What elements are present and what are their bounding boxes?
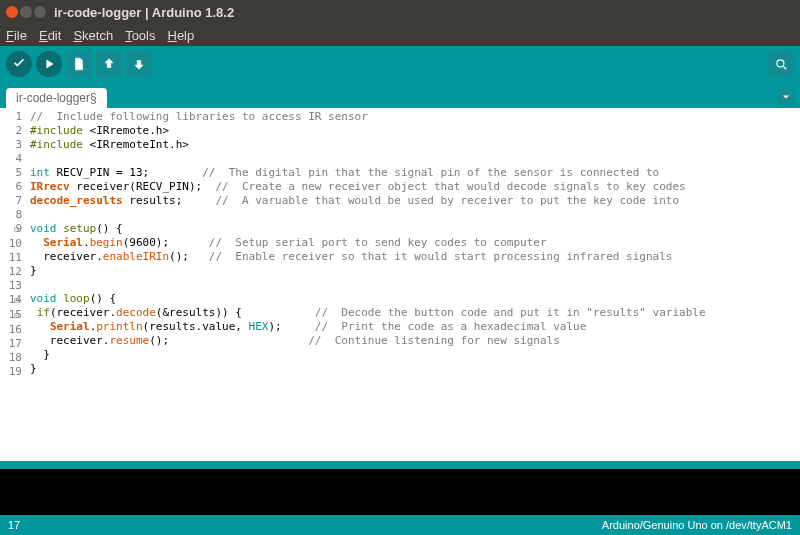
- line-number: 12: [0, 265, 22, 279]
- status-board: Arduino/Genuino Uno on /dev/ttyACM1: [602, 519, 792, 531]
- message-bar: [0, 461, 800, 469]
- line-number: 2: [0, 124, 22, 138]
- window-title: ir-code-logger | Arduino 1.8.2: [54, 5, 234, 20]
- tab-dropdown-icon[interactable]: [778, 89, 794, 105]
- line-number: 16: [0, 323, 22, 337]
- tab-bar: ir-code-logger§: [0, 82, 800, 108]
- line-number: 4: [0, 152, 22, 166]
- minimize-icon[interactable]: [20, 6, 32, 18]
- code-content[interactable]: // Include following libraries to access…: [26, 108, 800, 461]
- status-line: 17: [8, 519, 20, 531]
- line-number: 10: [0, 237, 22, 251]
- verify-button[interactable]: [6, 51, 32, 77]
- save-button[interactable]: [126, 51, 152, 77]
- line-number: 6: [0, 180, 22, 194]
- menu-tools[interactable]: Tools: [125, 28, 155, 43]
- line-number: 7: [0, 194, 22, 208]
- line-number: 15⊟: [0, 308, 22, 323]
- close-icon[interactable]: [6, 6, 18, 18]
- line-number: 1: [0, 110, 22, 124]
- menu-sketch[interactable]: Sketch: [73, 28, 113, 43]
- titlebar: ir-code-logger | Arduino 1.8.2: [0, 0, 800, 24]
- line-number: 19: [0, 365, 22, 379]
- line-number: 3: [0, 138, 22, 152]
- line-number: 14⊟: [0, 293, 22, 308]
- menu-file[interactable]: File: [6, 28, 27, 43]
- line-number: 9⊟: [0, 222, 22, 237]
- menu-help[interactable]: Help: [167, 28, 194, 43]
- toolbar: [0, 46, 800, 82]
- line-gutter: 1 2 3 4 5 6 7 8 9⊟ 10 11 12 13 14⊟ 15⊟ 1…: [0, 108, 26, 461]
- status-bar: 17 Arduino/Genuino Uno on /dev/ttyACM1: [0, 515, 800, 535]
- line-number: 8: [0, 208, 22, 222]
- console-output[interactable]: [0, 469, 800, 515]
- new-button[interactable]: [66, 51, 92, 77]
- line-number: 17: [0, 337, 22, 351]
- menu-edit[interactable]: Edit: [39, 28, 61, 43]
- serial-monitor-button[interactable]: [768, 51, 794, 77]
- svg-point-0: [777, 60, 784, 67]
- tab-sketch[interactable]: ir-code-logger§: [6, 88, 107, 108]
- window-controls: [6, 6, 46, 18]
- open-button[interactable]: [96, 51, 122, 77]
- line-number: 18: [0, 351, 22, 365]
- code-editor[interactable]: 1 2 3 4 5 6 7 8 9⊟ 10 11 12 13 14⊟ 15⊟ 1…: [0, 108, 800, 461]
- upload-button[interactable]: [36, 51, 62, 77]
- line-number: 11: [0, 251, 22, 265]
- menubar: File Edit Sketch Tools Help: [0, 24, 800, 46]
- line-number: 5: [0, 166, 22, 180]
- line-number: 13: [0, 279, 22, 293]
- maximize-icon[interactable]: [34, 6, 46, 18]
